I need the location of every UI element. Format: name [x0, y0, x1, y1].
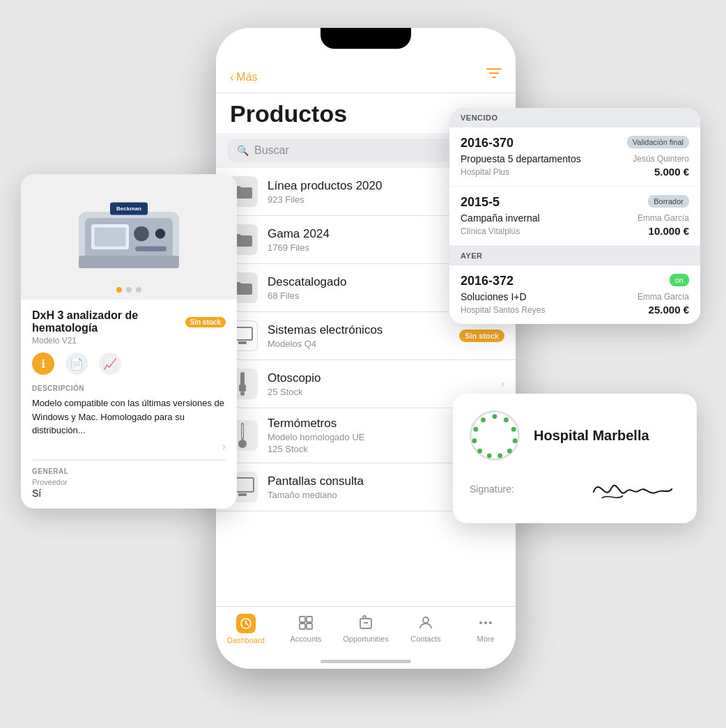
- svg-rect-7: [242, 424, 243, 438]
- home-indicator: [320, 660, 411, 663]
- proveedor-value: Sí: [32, 488, 226, 499]
- dashboard-icon: [236, 614, 256, 633]
- signature-label: Signature:: [470, 483, 514, 495]
- tab-dashboard[interactable]: Dashboard: [216, 614, 276, 644]
- quote-top: 2016-370 Validación final: [461, 136, 689, 150]
- svg-point-26: [155, 229, 165, 238]
- item-sub: Tamaño mediano: [268, 490, 449, 500]
- tab-opportunities[interactable]: Opportunities: [336, 614, 396, 643]
- chevron-left-icon: ‹: [230, 71, 233, 84]
- quote-mid: Campaña invernal Emma García: [461, 212, 689, 224]
- svg-point-6: [238, 440, 247, 448]
- svg-rect-4: [240, 392, 245, 396]
- quote-name: Soluciones I+D: [461, 291, 527, 302]
- search-placeholder: Buscar: [254, 144, 289, 157]
- chart-button[interactable]: 📈: [99, 353, 121, 375]
- back-button[interactable]: ‹ Más: [230, 71, 258, 84]
- quotes-card: VENCIDO 2016-370 Validación final Propue…: [449, 108, 700, 324]
- quote-id: 2016-370: [461, 136, 513, 150]
- quote-item[interactable]: 2016-370 Validación final Propuesta 5 de…: [449, 127, 700, 187]
- svg-point-33: [511, 427, 516, 432]
- chevron-right-icon: ›: [501, 378, 504, 390]
- back-label: Más: [236, 71, 257, 84]
- description-text: Modelo compatible con las últimas versio…: [32, 396, 226, 437]
- svg-rect-3: [239, 385, 246, 392]
- tab-accounts-label: Accounts: [290, 635, 321, 643]
- contacts-icon: [417, 614, 435, 632]
- quote-id: 2015-5: [461, 195, 500, 210]
- general-label: GENERAL: [32, 467, 226, 475]
- dots-indicator: [116, 287, 141, 293]
- svg-point-31: [493, 414, 497, 419]
- svg-point-18: [479, 621, 482, 624]
- svg-point-38: [477, 449, 482, 454]
- quote-top: 2016-372 on: [461, 274, 689, 288]
- tab-contacts[interactable]: Contacts: [396, 614, 456, 643]
- quote-top: 2015-5 Borrador: [461, 195, 689, 210]
- quote-mid: Soluciones I+D Emma García: [461, 291, 689, 302]
- svg-point-20: [489, 621, 492, 624]
- quote-name: Propuesta 5 departamentos: [461, 153, 581, 164]
- item-sub: 25 Stock: [268, 387, 491, 397]
- tab-more-label: More: [477, 635, 494, 643]
- product-subtitle: Modelo V21: [32, 336, 226, 346]
- svg-point-39: [472, 438, 477, 443]
- hospital-logo: [470, 410, 520, 460]
- opportunities-icon: [357, 614, 375, 632]
- svg-rect-12: [307, 617, 312, 622]
- filter-button[interactable]: [486, 68, 502, 86]
- svg-rect-11: [300, 617, 305, 622]
- svg-rect-24: [95, 228, 126, 247]
- svg-point-19: [484, 621, 487, 624]
- validacion-badge: Validación final: [627, 136, 689, 148]
- section-descripcion-label: DESCRIPCIÓN: [32, 385, 226, 392]
- item-sub: Modelos Q4: [268, 339, 449, 349]
- svg-point-34: [513, 438, 518, 443]
- phone-notch: [320, 28, 411, 49]
- hospital-logo-area: Hospital Marbella: [470, 410, 680, 460]
- accounts-icon: [297, 614, 315, 632]
- borrador-badge: Borrador: [648, 195, 689, 208]
- svg-text:Beckman: Beckman: [116, 206, 141, 212]
- svg-point-17: [423, 617, 428, 623]
- svg-point-35: [507, 449, 512, 454]
- product-detail-card: Beckman DxH 3 analizador de hematología …: [21, 174, 237, 509]
- search-icon: 🔍: [237, 145, 249, 156]
- vencido-header: VENCIDO: [449, 108, 700, 127]
- svg-rect-13: [300, 624, 305, 629]
- signature-row: Signature:: [470, 472, 680, 506]
- svg-rect-28: [79, 256, 179, 268]
- doc-button[interactable]: 📄: [65, 353, 88, 375]
- quote-mid: Propuesta 5 departamentos Jesús Quintero: [461, 153, 689, 164]
- quote-person: Emma García: [638, 292, 689, 302]
- more-icon: [477, 614, 495, 632]
- quote-name: Campaña invernal: [461, 212, 540, 224]
- tab-contacts-label: Contacts: [410, 635, 440, 643]
- machine-image: Beckman: [66, 188, 192, 286]
- svg-point-25: [134, 226, 149, 242]
- quote-amount: 10.000 €: [649, 225, 689, 237]
- tab-accounts[interactable]: Accounts: [276, 614, 336, 643]
- product-image-area: Beckman: [21, 174, 237, 300]
- quote-item[interactable]: 2016-372 on Soluciones I+D Emma García H…: [449, 265, 700, 324]
- info-button[interactable]: ℹ: [32, 353, 54, 375]
- item-info: Sistemas electrónicos Modelos Q4: [268, 323, 449, 349]
- signature-card: Hospital Marbella Signature:: [453, 394, 697, 523]
- svg-point-32: [504, 417, 509, 422]
- more-indicator: ›: [32, 440, 226, 453]
- product-sin-stock-badge: Sin stock: [185, 317, 226, 327]
- svg-rect-15: [360, 619, 371, 628]
- quote-item[interactable]: 2015-5 Borrador Campaña invernal Emma Ga…: [449, 187, 700, 246]
- nav-bar: ‹ Más: [216, 63, 516, 93]
- tab-more[interactable]: More: [456, 614, 516, 643]
- proveedor-label: Proveedor: [32, 478, 226, 486]
- quote-hospital: Hospital Santos Reyes: [461, 305, 545, 315]
- quote-person: Jesús Quintero: [633, 154, 689, 164]
- quote-amount: 5.000 €: [654, 166, 689, 178]
- ayer-header: AYER: [449, 246, 700, 265]
- quote-amount: 25.000 €: [649, 304, 689, 316]
- sin-stock-badge: Sin stock: [459, 330, 504, 342]
- quote-id: 2016-372: [461, 274, 513, 288]
- svg-point-40: [473, 427, 478, 432]
- product-title: DxH 3 analizador de hematología: [32, 309, 178, 334]
